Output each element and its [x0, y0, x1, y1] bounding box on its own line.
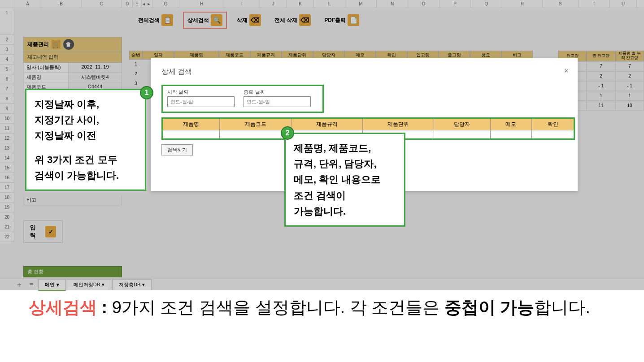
- end-date-input[interactable]: [244, 96, 311, 107]
- modal-title: 상세 검색: [161, 67, 567, 77]
- filter-memo-input[interactable]: [490, 130, 531, 139]
- start-date-label: 시작 날짜: [167, 89, 235, 95]
- do-search-button[interactable]: 검색하기: [161, 144, 193, 155]
- date-range-box: 시작 날짜 종료 날짜: [161, 85, 324, 113]
- fh-unit: 제품단위: [362, 118, 434, 130]
- annot2-line5: 가능합니다.: [294, 203, 396, 219]
- fh-confirm: 확인: [532, 118, 574, 130]
- annotation-badge-1: 1: [140, 86, 153, 99]
- annot1-line3: 지정날짜 이전: [35, 128, 137, 143]
- fh-name: 제품명: [162, 118, 220, 130]
- caption-part2: 합니다.: [534, 298, 590, 317]
- annotation-badge-2: 2: [281, 126, 294, 140]
- modal-close-button[interactable]: ×: [564, 66, 569, 76]
- caption-colon: :: [97, 298, 112, 317]
- fh-manager: 담당자: [434, 118, 491, 130]
- start-date-input[interactable]: [167, 96, 235, 107]
- annotation-box-2: 제품명, 제품코드, 규격, 단위, 담당자, 메모, 확인 내용으로 조건 검…: [284, 133, 405, 227]
- annot1-line1: 지정날짜 이후,: [35, 96, 137, 112]
- annot1-line2: 지정기간 사이,: [35, 112, 137, 128]
- caption-keyword: 상세검색: [29, 298, 97, 317]
- annot2-line4: 조건 검색이: [294, 188, 396, 203]
- annot1-line5: 검색이 가능합니다.: [35, 168, 137, 183]
- fh-spec: 제품규격: [291, 118, 362, 130]
- annot2-line1: 제품명, 제품코드,: [294, 140, 396, 156]
- caption-part1: 9가지 조건 검색을 설정합니다. 각 조건들은: [112, 298, 444, 317]
- filter-manager-input[interactable]: [434, 130, 491, 139]
- annot2-line2: 규격, 단위, 담당자,: [294, 156, 396, 172]
- filter-name-input[interactable]: [162, 130, 220, 139]
- caption: 상세검색 : 9가지 조건 검색을 설정합니다. 각 조건들은 중첩이 가능합니…: [29, 296, 617, 319]
- annotation-box-1: 지정날짜 이후, 지정기간 사이, 지정날짜 이전 위 3가지 조건 모두 검색…: [25, 89, 146, 191]
- annot2-line3: 메모, 확인 내용으로: [294, 172, 396, 187]
- caption-bold: 중첩이 가능: [444, 298, 535, 317]
- end-date-label: 종료 날짜: [244, 89, 311, 95]
- fh-code: 제품코드: [220, 118, 291, 130]
- fh-memo: 메모: [490, 118, 531, 130]
- filter-confirm-input[interactable]: [532, 130, 574, 139]
- annot1-line4: 위 3가지 조건 모두: [35, 152, 137, 168]
